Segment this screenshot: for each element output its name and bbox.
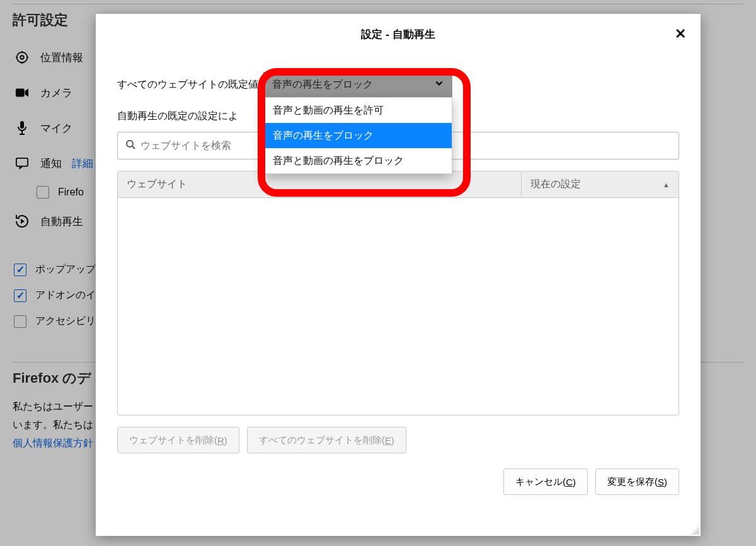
save-button[interactable]: 変更を保存(S) — [595, 468, 679, 495]
autoplay-settings-dialog: 設定 - 自動再生 ✕ すべてのウェブサイトの既定値 音声の再生をブロック 音声… — [96, 14, 701, 536]
select-value: 音声の再生をブロック — [272, 78, 373, 91]
default-setting-label: すべてのウェブサイトの既定値 — [117, 78, 258, 91]
dialog-title: 設定 - 自動再生 — [361, 27, 435, 42]
website-table: ウェブサイト 現在の設定 ▲ — [117, 171, 679, 415]
close-button[interactable]: ✕ — [669, 23, 692, 45]
autoplay-option-block-audio-video[interactable]: 音声と動画の再生をブロック — [264, 148, 452, 173]
search-icon — [125, 139, 135, 152]
remove-all-websites-button[interactable]: すべてのウェブサイトを削除(E) — [247, 427, 406, 453]
dialog-header: 設定 - 自動再生 ✕ — [96, 14, 701, 54]
chevron-down-icon — [435, 79, 444, 90]
svg-line-13 — [132, 146, 135, 149]
sort-indicator-icon: ▲ — [663, 181, 670, 189]
autoplay-option-allow[interactable]: 音声と動画の再生を許可 — [264, 98, 452, 123]
svg-point-12 — [127, 141, 133, 147]
column-label: ウェブサイト — [127, 178, 187, 191]
column-label: 現在の設定 — [530, 178, 581, 191]
default-autoplay-dropdown: 音声と動画の再生を許可 音声の再生をブロック 音声と動画の再生をブロック — [263, 97, 452, 174]
resize-grip-icon[interactable] — [690, 526, 699, 535]
remove-website-button[interactable]: ウェブサイトを削除(R) — [117, 427, 239, 453]
column-header-site[interactable]: ウェブサイト — [118, 171, 521, 197]
column-header-status[interactable]: 現在の設定 ▲ — [521, 171, 679, 197]
autoplay-option-block-audio[interactable]: 音声の再生をブロック — [264, 123, 452, 148]
close-icon: ✕ — [675, 26, 686, 42]
cancel-button[interactable]: キャンセル(C) — [503, 468, 588, 495]
table-header: ウェブサイト 現在の設定 ▲ — [118, 171, 679, 198]
default-autoplay-select[interactable]: 音声の再生をブロック — [263, 72, 452, 97]
